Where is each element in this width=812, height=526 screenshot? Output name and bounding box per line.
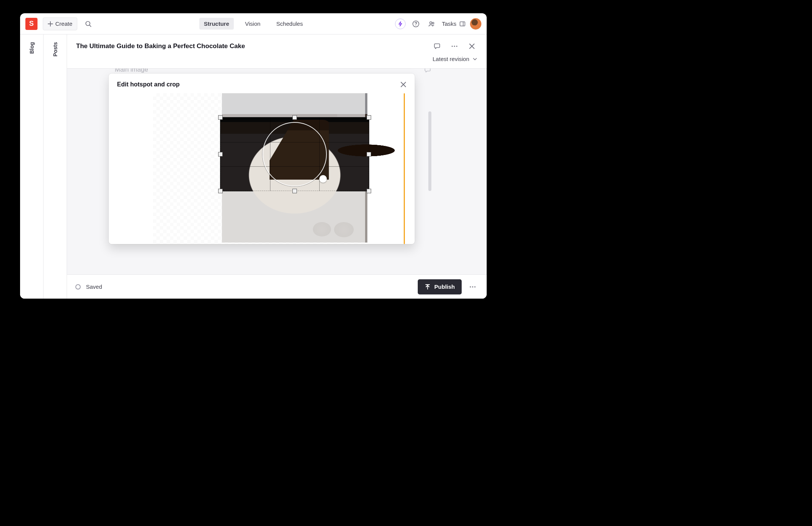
- body: Blog Posts The Ultimate Guide to Baking …: [20, 34, 487, 299]
- svg-point-8: [470, 286, 471, 287]
- users-icon: [428, 20, 436, 28]
- close-icon: [469, 43, 475, 49]
- field-label-main-image: Main image: [115, 69, 148, 74]
- tab-schedules[interactable]: Schedules: [272, 18, 308, 30]
- create-button[interactable]: Create: [43, 17, 77, 30]
- document-menu-button[interactable]: [449, 41, 460, 52]
- document-footer: Saved Publish: [67, 274, 487, 299]
- document-title: The Ultimate Guide to Baking a Perfect C…: [76, 42, 431, 50]
- comments-button[interactable]: [431, 41, 443, 52]
- status-text: Saved: [86, 283, 102, 290]
- changed-indicator: [404, 93, 405, 244]
- tab-structure[interactable]: Structure: [199, 18, 234, 30]
- search-icon: [85, 20, 92, 27]
- chevron-down-icon: [472, 56, 478, 62]
- crop-handle-sw[interactable]: [218, 189, 223, 193]
- search-button[interactable]: [83, 18, 94, 30]
- footer-menu-button[interactable]: [467, 281, 478, 293]
- publish-icon: [425, 284, 431, 290]
- svg-point-5: [451, 45, 453, 47]
- tab-vision[interactable]: Vision: [240, 18, 265, 30]
- toolbar-right: Tasks: [395, 18, 481, 30]
- crop-rect[interactable]: [220, 117, 369, 191]
- crop-handle-ne[interactable]: [367, 115, 371, 120]
- panel-icon: [459, 21, 465, 27]
- rail-blog-label: Blog: [29, 42, 35, 54]
- svg-point-9: [472, 286, 473, 287]
- svg-point-7: [456, 45, 457, 47]
- svg-rect-4: [460, 22, 465, 26]
- help-icon: [412, 20, 420, 28]
- crop-canvas[interactable]: [117, 93, 401, 244]
- main-pane: The Ultimate Guide to Baking a Perfect C…: [67, 34, 487, 299]
- top-toolbar: S Create Structure Vision Schedules: [20, 13, 487, 34]
- presence-button[interactable]: [426, 18, 437, 30]
- hotspot-resize-handle[interactable]: [319, 175, 327, 183]
- svg-point-6: [454, 45, 455, 47]
- crop-handle-se[interactable]: [367, 189, 371, 193]
- tasks-label: Tasks: [442, 20, 456, 27]
- crop-handle-n[interactable]: [292, 115, 297, 120]
- close-document-button[interactable]: [466, 41, 478, 52]
- rail-posts[interactable]: Posts: [44, 34, 67, 299]
- revision-dropdown[interactable]: Latest revision: [76, 56, 478, 62]
- svg-point-10: [474, 286, 475, 287]
- ai-assist-button[interactable]: [395, 19, 406, 29]
- hotspot-crop-dialog: Edit hotspot and crop: [109, 74, 415, 244]
- dialog-close-button[interactable]: [400, 81, 406, 88]
- plus-icon: [48, 21, 53, 27]
- scrollbar[interactable]: [428, 111, 431, 191]
- publish-button[interactable]: Publish: [418, 279, 462, 294]
- bolt-icon: [398, 21, 403, 27]
- rail-posts-label: Posts: [52, 42, 58, 56]
- svg-point-2: [429, 22, 432, 24]
- close-icon: [400, 81, 406, 88]
- help-button[interactable]: [410, 18, 422, 30]
- svg-point-3: [432, 22, 434, 23]
- create-label: Create: [55, 20, 72, 27]
- comment-icon: [433, 42, 441, 50]
- crop-handle-w[interactable]: [218, 152, 223, 157]
- tasks-button[interactable]: Tasks: [442, 20, 465, 27]
- hotspot-circle[interactable]: [262, 122, 327, 186]
- app-window: S Create Structure Vision Schedules: [20, 13, 487, 299]
- status-indicator: [75, 284, 81, 290]
- rail-blog[interactable]: Blog: [20, 34, 44, 299]
- document-header: The Ultimate Guide to Baking a Perfect C…: [67, 34, 487, 69]
- checker-bg: [153, 93, 365, 244]
- crop-handle-e[interactable]: [367, 152, 371, 157]
- crop-handle-s[interactable]: [292, 189, 297, 193]
- app-logo[interactable]: S: [25, 18, 37, 30]
- content-area: Main image Edit hotspot and crop: [67, 69, 487, 274]
- dialog-title: Edit hotspot and crop: [117, 81, 400, 88]
- more-icon: [451, 45, 458, 47]
- nav-tabs: Structure Vision Schedules: [199, 18, 307, 30]
- crop-handle-nw[interactable]: [218, 115, 223, 120]
- more-icon: [469, 286, 476, 288]
- revision-label: Latest revision: [433, 56, 469, 62]
- user-avatar[interactable]: [470, 18, 481, 30]
- publish-label: Publish: [434, 283, 455, 290]
- field-comment-icon: [424, 69, 431, 74]
